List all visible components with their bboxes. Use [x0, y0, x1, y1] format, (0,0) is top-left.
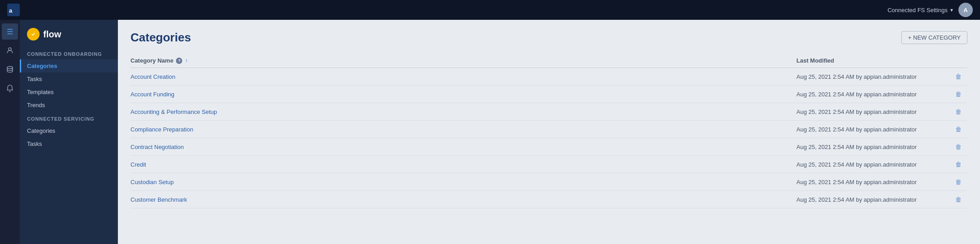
cell-category-name: Compliance Preparation	[130, 125, 796, 133]
delete-icon[interactable]: 🗑	[955, 161, 962, 168]
column-header-modified: Last Modified	[796, 57, 949, 64]
column-header-name: Category Name ? ↑	[130, 57, 796, 64]
delete-icon[interactable]: 🗑	[955, 73, 962, 80]
table-row: Account Creation Aug 25, 2021 2:54 AM by…	[130, 68, 967, 86]
cell-category-name: Customer Benchmark	[130, 195, 796, 203]
cell-category-name: Account Funding	[130, 90, 796, 98]
settings-label: Connected FS Settings	[887, 7, 948, 14]
app-icon	[27, 28, 40, 41]
cell-category-name: Contract Negotiation	[130, 143, 796, 151]
table-row: Custodian Setup Aug 25, 2021 2:54 AM by …	[130, 173, 967, 191]
sidebar-item-trends-onboarding[interactable]: Trends	[20, 99, 118, 112]
nav-bell-icon[interactable]	[2, 80, 18, 96]
svg-text:a: a	[9, 7, 13, 14]
cell-actions: 🗑	[949, 126, 967, 133]
table-header-row: Category Name ? ↑ Last Modified	[130, 54, 967, 68]
table-row: Contract Negotiation Aug 25, 2021 2:54 A…	[130, 138, 967, 156]
avatar[interactable]: A	[958, 3, 973, 17]
nav-menu-icon[interactable]: ☰	[2, 23, 18, 40]
sidebar-item-templates-onboarding[interactable]: Templates	[20, 86, 118, 99]
cell-actions: 🗑	[949, 161, 967, 168]
cell-actions: 🗑	[949, 90, 967, 98]
cell-modified: Aug 25, 2021 2:54 AM by appian.administr…	[796, 126, 949, 133]
table-row: Customer Benchmark Aug 25, 2021 2:54 AM …	[130, 191, 967, 208]
category-link-account-funding[interactable]: Account Funding	[130, 91, 175, 98]
cell-category-name: Accounting & Performance Setup	[130, 108, 796, 116]
main-layout: ☰	[0, 20, 980, 244]
new-category-button[interactable]: + NEW CATEGORY	[901, 31, 967, 44]
servicing-section-label: CONNECTED SERVICING	[20, 112, 118, 124]
delete-icon[interactable]: 🗑	[955, 178, 962, 185]
cell-actions: 🗑	[949, 178, 967, 185]
cell-category-name: Account Creation	[130, 72, 796, 81]
cell-modified: Aug 25, 2021 2:54 AM by appian.administr…	[796, 161, 949, 168]
sidebar: flow CONNECTED ONBOARDING Categories Tas…	[20, 20, 118, 244]
delete-icon[interactable]: 🗑	[955, 196, 962, 203]
svg-point-3	[7, 67, 13, 69]
connected-fs-settings-link[interactable]: Connected FS Settings ▼	[887, 7, 954, 14]
cell-category-name: Credit	[130, 160, 796, 168]
delete-icon[interactable]: 🗑	[955, 90, 962, 98]
cell-actions: 🗑	[949, 196, 967, 203]
svg-point-2	[9, 48, 11, 50]
cell-modified: Aug 25, 2021 2:54 AM by appian.administr…	[796, 91, 949, 98]
settings-chevron-icon: ▼	[949, 8, 954, 13]
onboarding-section-label: CONNECTED ONBOARDING	[20, 47, 118, 59]
app-title-text: flow	[43, 29, 61, 40]
appian-logo: a	[7, 4, 20, 16]
category-link-customer-benchmark[interactable]: Customer Benchmark	[130, 196, 187, 203]
icon-rail: ☰	[0, 20, 20, 244]
top-right-controls: Connected FS Settings ▼ A	[887, 3, 973, 17]
cell-modified: Aug 25, 2021 2:54 AM by appian.administr…	[796, 196, 949, 203]
page-header: Categories + NEW CATEGORY	[130, 31, 967, 45]
table-row: Account Funding Aug 25, 2021 2:54 AM by …	[130, 86, 967, 103]
table-row: Compliance Preparation Aug 25, 2021 2:54…	[130, 121, 967, 138]
top-header: a Connected FS Settings ▼ A	[0, 0, 980, 20]
nav-database-icon[interactable]	[2, 61, 18, 77]
cell-actions: 🗑	[949, 73, 967, 80]
content-area: Categories + NEW CATEGORY Category Name …	[118, 20, 980, 244]
sort-ascending-icon[interactable]: ↑	[185, 58, 188, 64]
sidebar-item-tasks-onboarding[interactable]: Tasks	[20, 72, 118, 86]
table-row: Credit Aug 25, 2021 2:54 AM by appian.ad…	[130, 156, 967, 173]
nav-users-icon[interactable]	[2, 42, 18, 59]
sidebar-item-tasks-servicing[interactable]: Tasks	[20, 137, 118, 150]
table-row: Accounting & Performance Setup Aug 25, 2…	[130, 103, 967, 121]
cell-modified: Aug 25, 2021 2:54 AM by appian.administr…	[796, 108, 949, 115]
sidebar-item-categories-onboarding[interactable]: Categories	[20, 59, 118, 72]
cell-actions: 🗑	[949, 108, 967, 115]
category-link-accounting-performance-setup[interactable]: Accounting & Performance Setup	[130, 108, 217, 115]
cell-category-name: Custodian Setup	[130, 178, 796, 186]
page-title: Categories	[130, 31, 191, 45]
cell-modified: Aug 25, 2021 2:54 AM by appian.administr…	[796, 179, 949, 185]
categories-table: Category Name ? ↑ Last Modified Account …	[130, 54, 967, 208]
delete-icon[interactable]: 🗑	[955, 126, 962, 133]
delete-icon[interactable]: 🗑	[955, 108, 962, 115]
cell-modified: Aug 25, 2021 2:54 AM by appian.administr…	[796, 144, 949, 150]
delete-icon[interactable]: 🗑	[955, 143, 962, 150]
category-link-account-creation[interactable]: Account Creation	[130, 73, 175, 80]
app-title-area: flow	[20, 20, 118, 47]
category-link-contract-negotiation[interactable]: Contract Negotiation	[130, 144, 184, 150]
sidebar-item-categories-servicing[interactable]: Categories	[20, 124, 118, 137]
category-link-custodian-setup[interactable]: Custodian Setup	[130, 179, 174, 185]
cell-modified: Aug 25, 2021 2:54 AM by appian.administr…	[796, 73, 949, 80]
column-name-info-icon[interactable]: ?	[176, 58, 182, 64]
cell-actions: 🗑	[949, 143, 967, 150]
category-link-compliance-preparation[interactable]: Compliance Preparation	[130, 126, 193, 133]
category-link-credit[interactable]: Credit	[130, 161, 146, 168]
